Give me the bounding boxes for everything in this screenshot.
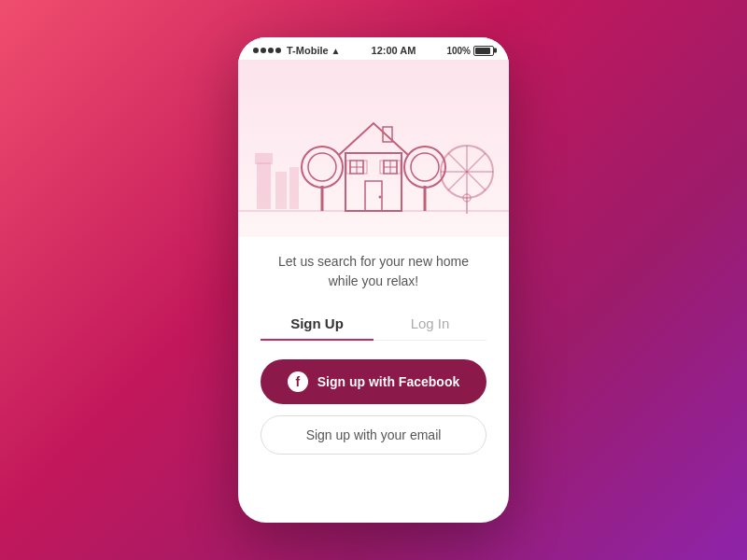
- svg-rect-2: [255, 153, 273, 164]
- tagline-line1: Let us search for your new home: [278, 254, 469, 269]
- status-bar: T-Mobile ▲ 12:00 AM 100%: [238, 37, 509, 60]
- tagline: Let us search for your new home while yo…: [278, 252, 469, 291]
- battery-icon: [473, 46, 494, 56]
- auth-tabs: Sign Up Log In: [261, 308, 486, 341]
- facebook-f-letter: f: [295, 374, 300, 389]
- facebook-icon: f: [288, 371, 308, 392]
- svg-rect-1: [257, 162, 271, 209]
- svg-rect-3: [275, 172, 287, 209]
- signal-dots: [253, 48, 281, 53]
- carrier-label: T-Mobile: [287, 45, 329, 56]
- tab-signup[interactable]: Sign Up: [261, 308, 374, 341]
- battery-percent: 100%: [446, 46, 471, 56]
- tagline-line2: while you relax!: [329, 273, 419, 288]
- tab-login[interactable]: Log In: [374, 308, 486, 340]
- status-right: 100%: [446, 46, 494, 56]
- svg-rect-4: [289, 167, 299, 209]
- signup-facebook-button[interactable]: f Sign up with Facebook: [261, 359, 486, 404]
- signup-email-button[interactable]: Sign up with your email: [261, 415, 486, 455]
- content-area: Let us search for your new home while yo…: [238, 237, 509, 523]
- signal-dot-1: [253, 48, 259, 53]
- status-time: 12:00 AM: [372, 45, 416, 56]
- battery-fill: [475, 48, 490, 54]
- signal-dot-2: [261, 48, 266, 53]
- status-left: T-Mobile ▲: [253, 45, 341, 56]
- signup-facebook-label: Sign up with Facebook: [317, 374, 459, 389]
- signal-dot-4: [275, 48, 281, 53]
- illustration-area: [238, 60, 509, 237]
- svg-point-22: [379, 196, 382, 199]
- signal-dot-3: [268, 48, 274, 53]
- house-illustration: [238, 60, 509, 237]
- phone-frame: T-Mobile ▲ 12:00 AM 100%: [238, 37, 509, 523]
- wifi-icon: ▲: [331, 46, 341, 56]
